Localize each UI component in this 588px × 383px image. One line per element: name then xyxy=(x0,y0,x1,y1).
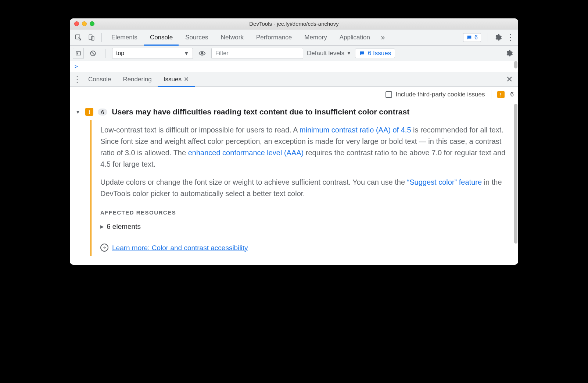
warning-count: 6 xyxy=(510,91,514,98)
sidebar-toggle-icon[interactable] xyxy=(73,48,84,59)
link-suggest-color[interactable]: “Suggest color” feature xyxy=(407,178,482,186)
context-dropdown[interactable]: top ▼ xyxy=(112,48,193,59)
window-title: DevTools - jec.fyi/demo/cds-anchovy xyxy=(70,21,518,27)
main-tabbar: Elements Console Sources Network Perform… xyxy=(70,29,518,46)
minimize-window-button[interactable] xyxy=(82,21,87,26)
tab-performance[interactable]: Performance xyxy=(250,29,298,46)
traffic-lights xyxy=(70,21,94,26)
link-contrast-aaa[interactable]: enhanced conformance level (AAA) xyxy=(188,149,304,157)
learn-more-link[interactable]: Learn more: Color and contrast accessibi… xyxy=(112,242,248,253)
arrow-circle-icon xyxy=(100,244,108,252)
context-value: top xyxy=(116,50,124,57)
settings-icon[interactable] xyxy=(492,31,504,44)
issue-title: Users may have difficulties reading text… xyxy=(112,107,409,116)
console-prompt[interactable]: > xyxy=(70,61,518,72)
text-cursor xyxy=(83,63,83,70)
device-toolbar-icon[interactable] xyxy=(85,31,98,44)
issues-chip[interactable]: 6 xyxy=(463,33,481,42)
log-levels-dropdown[interactable]: Default levels ▼ xyxy=(307,50,351,57)
affected-elements-row[interactable]: ▶ 6 elements xyxy=(100,221,513,232)
prompt-caret-icon: > xyxy=(74,64,78,70)
drawer-tabbar: ⋮ Console Rendering Issues✕ ✕ xyxy=(70,72,518,87)
close-tab-icon[interactable]: ✕ xyxy=(184,76,189,83)
issue-count-badge: 6 xyxy=(98,109,107,116)
tab-overflow-icon[interactable]: » xyxy=(377,31,389,44)
clear-console-icon[interactable] xyxy=(87,48,98,59)
issue-body: Low-contrast text is difficult or imposs… xyxy=(90,120,513,256)
tab-console[interactable]: Console xyxy=(144,29,179,46)
drawer-tab-rendering[interactable]: Rendering xyxy=(117,72,157,87)
devtools-window: DevTools - jec.fyi/demo/cds-anchovy Elem… xyxy=(70,18,518,265)
issues-link[interactable]: 6 Issues xyxy=(355,49,395,58)
issue-header[interactable]: ▼ ! 6 Users may have difficulties readin… xyxy=(75,106,513,120)
chevron-down-icon: ▼ xyxy=(347,50,351,56)
drawer-tab-issues[interactable]: Issues✕ xyxy=(158,72,195,87)
chevron-down-icon: ▼ xyxy=(184,50,189,56)
console-toolbar: top ▼ Default levels ▼ 6 Issues xyxy=(70,46,518,61)
issue-panel: ▼ ! 6 Users may have difficulties readin… xyxy=(70,102,518,265)
issues-toolbar: Include third-party cookie issues ! 6 xyxy=(70,87,518,102)
scrollbar-thumb[interactable] xyxy=(514,61,517,68)
tab-sources[interactable]: Sources xyxy=(179,29,214,46)
affected-resources-header: AFFECTED RESOURCES xyxy=(100,208,513,217)
console-settings-icon[interactable] xyxy=(503,47,515,60)
svg-point-5 xyxy=(201,52,204,54)
expand-triangle-icon[interactable]: ▼ xyxy=(75,109,81,115)
tab-elements[interactable]: Elements xyxy=(105,29,143,46)
checkbox-icon[interactable] xyxy=(386,91,392,98)
live-expression-icon[interactable] xyxy=(197,48,208,59)
warning-icon: ! xyxy=(497,91,505,98)
warning-icon: ! xyxy=(85,108,93,116)
drawer-close-icon[interactable]: ✕ xyxy=(503,75,516,84)
expand-triangle-icon[interactable]: ▶ xyxy=(100,223,104,230)
titlebar: DevTools - jec.fyi/demo/cds-anchovy xyxy=(70,18,518,29)
tab-memory[interactable]: Memory xyxy=(298,29,333,46)
inspect-element-icon[interactable] xyxy=(72,31,85,44)
learn-more-row: Learn more: Color and contrast accessibi… xyxy=(100,242,513,253)
link-contrast-aa[interactable]: minimum contrast ratio (AA) of 4.5 xyxy=(300,126,411,134)
include-third-party-toggle[interactable]: Include third-party cookie issues xyxy=(386,91,485,98)
filter-input[interactable] xyxy=(211,48,303,59)
tab-network[interactable]: Network xyxy=(215,29,250,46)
maximize-window-button[interactable] xyxy=(90,21,94,26)
tab-application[interactable]: Application xyxy=(334,29,376,46)
svg-rect-3 xyxy=(76,52,80,55)
scrollbar-thumb[interactable] xyxy=(514,104,517,244)
drawer-more-icon[interactable]: ⋮ xyxy=(72,75,82,84)
drawer-tab-console[interactable]: Console xyxy=(82,72,117,87)
more-menu-icon[interactable]: ⋮ xyxy=(505,33,516,42)
issues-chip-count: 6 xyxy=(474,34,478,41)
close-window-button[interactable] xyxy=(74,21,79,26)
